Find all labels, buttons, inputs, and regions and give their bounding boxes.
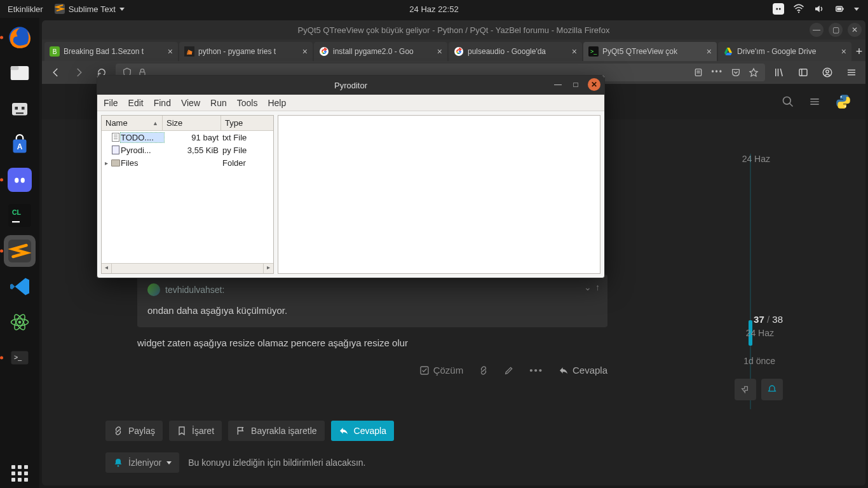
menu-edit[interactable]: Edit: [128, 98, 144, 108]
dock-sublime[interactable]: [4, 235, 36, 267]
browser-tab[interactable]: Drive'ım - Google Drive×: [718, 42, 851, 61]
editor-pane[interactable]: [278, 115, 600, 274]
pyroditor-close-button[interactable]: ✕: [588, 78, 600, 91]
tab-close-icon[interactable]: ×: [437, 46, 442, 57]
clock[interactable]: 24 Haz 22:52: [409, 4, 458, 14]
bookmark-star-icon[interactable]: [749, 67, 759, 78]
menu-help[interactable]: Help: [268, 98, 286, 108]
svg-point-48: [783, 97, 791, 105]
topic-reply-button[interactable]: Cevapla: [331, 421, 394, 441]
timeline-notify-button[interactable]: [761, 379, 783, 400]
dock-firefox[interactable]: [4, 22, 36, 53]
browser-tab[interactable]: BBreaking Bad 1.Sezon t×: [44, 42, 178, 61]
timeline-track[interactable]: [750, 154, 751, 409]
library-button[interactable]: [770, 64, 788, 81]
forward-button[interactable]: [70, 64, 88, 81]
active-app-menu[interactable]: Sublime Text: [55, 4, 125, 14]
col-type[interactable]: Type: [221, 116, 273, 130]
browser-tab[interactable]: install pygame2.0 - Goo×: [314, 42, 447, 61]
hamburger-icon[interactable]: [808, 95, 821, 108]
tree-row[interactable]: ▸FilesFolder: [102, 156, 273, 169]
expand-icon[interactable]: ▸: [102, 159, 111, 166]
bookmark-button[interactable]: İşaret: [169, 421, 222, 441]
tree-row[interactable]: TODO....91 bayttxt File: [102, 131, 273, 144]
dock-discord[interactable]: [4, 164, 36, 196]
window-minimize-button[interactable]: —: [810, 23, 824, 37]
system-menu-chevron-icon[interactable]: [854, 8, 859, 11]
menu-view[interactable]: View: [181, 98, 200, 108]
back-button[interactable]: [47, 64, 65, 81]
pyroditor-minimize-button[interactable]: —: [552, 80, 564, 89]
watching-dropdown[interactable]: İzleniyor: [105, 452, 179, 473]
menu-tools[interactable]: Tools: [237, 98, 258, 108]
solution-button[interactable]: Çözüm: [419, 365, 464, 376]
firefox-titlebar[interactable]: PyQt5 QTreeView çok büyük geliyor - Pyth…: [42, 20, 865, 39]
dock-software[interactable]: A: [4, 128, 36, 160]
dock-app-robot[interactable]: [4, 93, 36, 125]
search-icon[interactable]: [782, 95, 794, 108]
battery-icon[interactable]: [834, 3, 845, 15]
window-maximize-button[interactable]: ▢: [829, 23, 843, 37]
dock-vscode[interactable]: [4, 271, 36, 302]
quote-collapse-icon[interactable]: ⌄: [584, 282, 592, 292]
tree-row[interactable]: Pyrodi...3,55 KiBpy File: [102, 144, 273, 156]
account-button[interactable]: [818, 64, 836, 81]
col-name[interactable]: Name: [105, 118, 128, 128]
pencil-icon[interactable]: [504, 365, 514, 376]
activities-button[interactable]: Etkinlikler: [8, 4, 43, 14]
shopping-bag-icon: A: [8, 133, 31, 156]
browser-tab[interactable]: pulseaudio - Google'da×: [449, 42, 582, 61]
tab-close-icon[interactable]: ×: [572, 46, 577, 57]
dock-files[interactable]: [4, 57, 36, 89]
svg-rect-17: [8, 168, 32, 192]
menu-file[interactable]: File: [104, 98, 118, 108]
watching-description: Bu konuyu izlediğin için bildirimleri al…: [188, 458, 365, 468]
hamburger-menu-button[interactable]: [843, 64, 860, 81]
browser-tab[interactable]: >_PyQt5 QTreeView çok×: [583, 42, 717, 61]
discord-tray-icon[interactable]: [773, 3, 784, 15]
chevron-down-icon: [166, 461, 172, 464]
show-applications-button[interactable]: [0, 465, 39, 482]
sidebar-button[interactable]: [794, 64, 812, 81]
reader-mode-icon[interactable]: [693, 67, 703, 78]
page-actions-icon[interactable]: •••: [711, 67, 723, 78]
tab-close-icon[interactable]: ×: [841, 46, 846, 57]
reply-button[interactable]: Cevapla: [559, 365, 607, 376]
timeline-ago-label: 1d önce: [743, 356, 775, 366]
svg-rect-7: [837, 8, 841, 11]
menu-find[interactable]: Find: [154, 98, 171, 108]
browser-tab[interactable]: python - pygame tries t×: [179, 42, 313, 61]
pyroditor-titlebar[interactable]: Pyroditor — □ ✕: [97, 76, 604, 95]
apps-grid-icon: [11, 465, 28, 482]
wifi-icon[interactable]: [793, 3, 804, 15]
scroll-right-icon[interactable]: ▸: [263, 264, 273, 273]
volume-icon[interactable]: [813, 3, 825, 15]
python-logo-icon[interactable]: [835, 93, 851, 110]
flag-icon: [236, 426, 246, 436]
window-close-button[interactable]: ✕: [848, 23, 862, 37]
dock-atom[interactable]: [4, 306, 36, 338]
new-tab-button[interactable]: +: [853, 42, 865, 61]
more-actions-icon[interactable]: •••: [529, 365, 543, 376]
svg-text:A: A: [17, 142, 23, 151]
share-button[interactable]: Paylaş: [105, 421, 163, 441]
timeline-back-button[interactable]: [735, 379, 756, 400]
tab-close-icon[interactable]: ×: [168, 46, 173, 57]
tree-horizontal-scrollbar[interactable]: ◂ ▸: [102, 263, 273, 273]
link-icon[interactable]: [478, 365, 489, 376]
dock-clion[interactable]: CL: [4, 200, 36, 231]
post-body: widget zaten aşağıya resize olamaz pence…: [137, 337, 607, 348]
pocket-icon[interactable]: [731, 67, 741, 78]
flag-button[interactable]: Bayrakla işaretle: [228, 421, 325, 441]
tree-header[interactable]: Name▲ Size Type: [102, 116, 273, 131]
dock-terminal[interactable]: >_: [4, 342, 36, 374]
scroll-left-icon[interactable]: ◂: [102, 264, 112, 273]
file-name: Pyrodi...: [121, 146, 164, 155]
tab-close-icon[interactable]: ×: [707, 46, 712, 57]
quote-jump-icon[interactable]: ↑: [595, 282, 600, 292]
menu-run[interactable]: Run: [210, 98, 227, 108]
tab-close-icon[interactable]: ×: [302, 46, 308, 57]
col-size[interactable]: Size: [163, 116, 221, 130]
svg-rect-14: [16, 112, 24, 114]
pyroditor-maximize-button[interactable]: □: [570, 80, 581, 89]
